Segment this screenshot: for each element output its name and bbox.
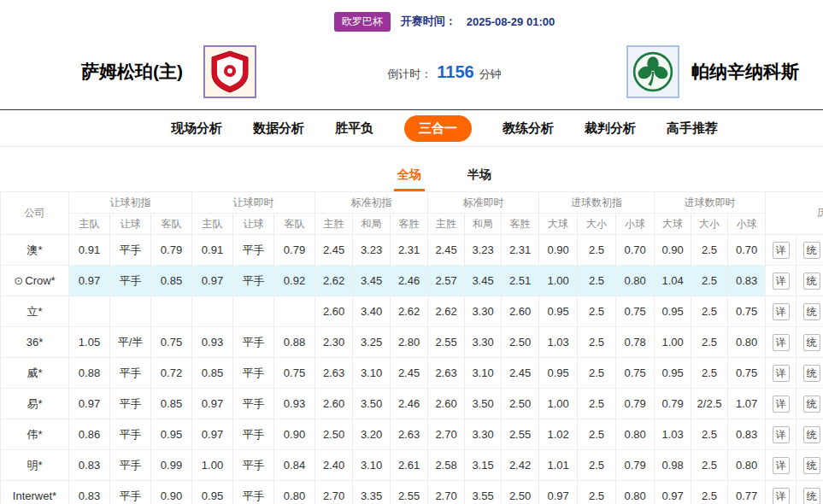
nav-tab-referee-analysis[interactable]: 裁判分析 bbox=[585, 120, 636, 137]
odds-cell: 2.62 bbox=[391, 296, 428, 327]
detail-button[interactable]: 详 bbox=[773, 488, 790, 504]
stats-cell: 统 bbox=[797, 235, 823, 266]
detail-button[interactable]: 详 bbox=[773, 273, 790, 290]
odds-group-header-5: 进球数即时 bbox=[655, 192, 766, 214]
nav-tab-expert-picks[interactable]: 高手推荐 bbox=[667, 120, 718, 137]
tab-half-match[interactable]: 半场 bbox=[464, 167, 495, 191]
odds-cell: 2.60 bbox=[502, 296, 539, 327]
nav-tab-data-analysis[interactable]: 数据分析 bbox=[253, 120, 304, 137]
odds-cell bbox=[192, 296, 233, 327]
odds-subcolumn-header-3-0: 主胜 bbox=[428, 214, 465, 235]
odds-cell: 2.60 bbox=[315, 296, 353, 327]
odds-subcolumn-header-3-2: 客胜 bbox=[502, 214, 539, 235]
nav-tab-coach-analysis[interactable]: 教练分析 bbox=[503, 120, 554, 137]
odds-cell: 2.55 bbox=[502, 419, 539, 450]
odds-subcolumn-header-3-1: 和局 bbox=[465, 214, 502, 235]
odds-subcolumn-header-5-0: 大球 bbox=[655, 214, 691, 235]
home-team: 萨姆松珀(主) bbox=[81, 45, 256, 98]
odds-cell: 0.93 bbox=[274, 389, 315, 419]
odds-subcolumn-header-5-1: 大小 bbox=[691, 214, 728, 235]
odds-cell: 2.70 bbox=[315, 481, 353, 504]
league-badge[interactable]: 欧罗巴杯 bbox=[334, 12, 391, 32]
odds-cell: 1.00 bbox=[539, 389, 578, 419]
team-banner: 萨姆松珀(主) 倒计时： 1156 分钟 bbox=[0, 34, 823, 109]
odds-cell: 3.15 bbox=[465, 450, 502, 481]
stats-button[interactable]: 统 bbox=[803, 488, 820, 504]
stats-button[interactable]: 统 bbox=[803, 273, 820, 290]
odds-cell: 2.63 bbox=[315, 358, 353, 389]
stats-button[interactable]: 统 bbox=[803, 457, 820, 474]
odds-cell: 2.31 bbox=[502, 235, 539, 266]
stats-button[interactable]: 统 bbox=[803, 426, 820, 443]
detail-button[interactable]: 详 bbox=[773, 242, 790, 259]
odds-cell: 2.63 bbox=[391, 419, 428, 450]
odds-cell: 2.5 bbox=[691, 235, 728, 266]
odds-cell: 2.40 bbox=[315, 450, 353, 481]
detail-button[interactable]: 详 bbox=[773, 396, 790, 413]
detail-button[interactable]: 详 bbox=[773, 334, 790, 351]
odds-cell: 平手 bbox=[110, 481, 151, 504]
odds-subcolumn-header-4-1: 大小 bbox=[578, 214, 616, 235]
odds-cell: 0.78 bbox=[616, 327, 655, 358]
odds-cell: 2.51 bbox=[502, 266, 539, 296]
odds-cell: 2.30 bbox=[315, 327, 353, 358]
odds-cell: 2.5 bbox=[578, 450, 616, 481]
odds-cell: 0.95 bbox=[655, 296, 691, 327]
detail-cell: 详 bbox=[766, 419, 797, 450]
odds-group-header-1: 让球即时 bbox=[192, 192, 315, 214]
match-meta: 欧罗巴杯 开赛时间： 2025-08-29 01:00 bbox=[0, 9, 823, 34]
odds-cell: 平手 bbox=[110, 389, 151, 419]
odds-subcolumn-header-1-0: 主队 bbox=[192, 214, 233, 235]
odds-cell: 2.50 bbox=[502, 481, 539, 504]
odds-cell: 0.80 bbox=[728, 450, 766, 481]
detail-button[interactable]: 详 bbox=[773, 303, 790, 320]
odds-cell: 0.90 bbox=[539, 235, 578, 266]
detail-button[interactable]: 详 bbox=[773, 365, 790, 382]
odds-cell: 2.5 bbox=[691, 296, 728, 327]
stats-button[interactable]: 统 bbox=[803, 396, 820, 413]
odds-cell: 2.60 bbox=[428, 389, 465, 419]
odds-cell: 0.92 bbox=[274, 266, 315, 296]
odds-cell: 0.97 bbox=[655, 481, 691, 504]
odds-cell: 2.5 bbox=[691, 358, 728, 389]
odds-cell: 0.91 bbox=[192, 235, 233, 266]
odds-cell: 2.58 bbox=[428, 450, 465, 481]
stats-button[interactable]: 统 bbox=[803, 334, 820, 351]
start-time-value: 2025-08-29 01:00 bbox=[467, 15, 555, 28]
odds-cell bbox=[69, 296, 110, 327]
odds-cell bbox=[233, 296, 274, 327]
countdown-label: 倒计时： bbox=[387, 67, 432, 82]
detail-button[interactable]: 详 bbox=[773, 426, 790, 443]
nav-tab-win-draw-lose[interactable]: 胜平负 bbox=[335, 120, 373, 137]
table-row: 伟*0.86平手0.950.97平手0.902.503.202.632.703.… bbox=[1, 419, 823, 450]
odds-cell: 0.95 bbox=[192, 481, 233, 504]
odds-group-header-3: 标准即时 bbox=[428, 192, 539, 214]
odds-cell: 0.80 bbox=[616, 481, 655, 504]
table-row: 36*1.05平/半0.750.93平手0.882.303.252.802.55… bbox=[1, 327, 823, 358]
bookmaker-name: 澳* bbox=[1, 235, 69, 266]
odds-cell: 2.46 bbox=[391, 266, 428, 296]
odds-cell: 3.23 bbox=[353, 235, 391, 266]
bookmaker-name: Interwet* bbox=[1, 481, 69, 504]
odds-cell: 3.30 bbox=[465, 296, 502, 327]
odds-cell: 2.45 bbox=[315, 235, 353, 266]
odds-cell: 2.55 bbox=[391, 481, 428, 504]
odds-cell: 2.63 bbox=[428, 358, 465, 389]
nav-tab-live-analysis[interactable]: 现场分析 bbox=[171, 120, 222, 137]
nav-tab-three-in-one[interactable]: 三合一 bbox=[404, 115, 472, 142]
stats-button[interactable]: 统 bbox=[803, 365, 820, 382]
odds-cell: 2.31 bbox=[391, 235, 428, 266]
table-row: Interwet*0.83平手0.900.95平手0.802.703.352.5… bbox=[1, 481, 823, 504]
detail-cell: 详 bbox=[766, 358, 797, 389]
odds-cell: 2.5 bbox=[578, 358, 616, 389]
odds-cell: 2/2.5 bbox=[691, 389, 728, 419]
tab-full-match[interactable]: 全场 bbox=[394, 167, 425, 191]
odds-cell: 0.98 bbox=[655, 450, 691, 481]
odds-cell: 2.42 bbox=[502, 450, 539, 481]
stats-button[interactable]: 统 bbox=[803, 303, 820, 320]
odds-cell: 0.97 bbox=[192, 266, 233, 296]
odds-cell: 平手 bbox=[233, 266, 274, 296]
stats-button[interactable]: 统 bbox=[803, 242, 820, 259]
detail-button[interactable]: 详 bbox=[773, 457, 790, 474]
odds-cell: 0.80 bbox=[616, 419, 655, 450]
